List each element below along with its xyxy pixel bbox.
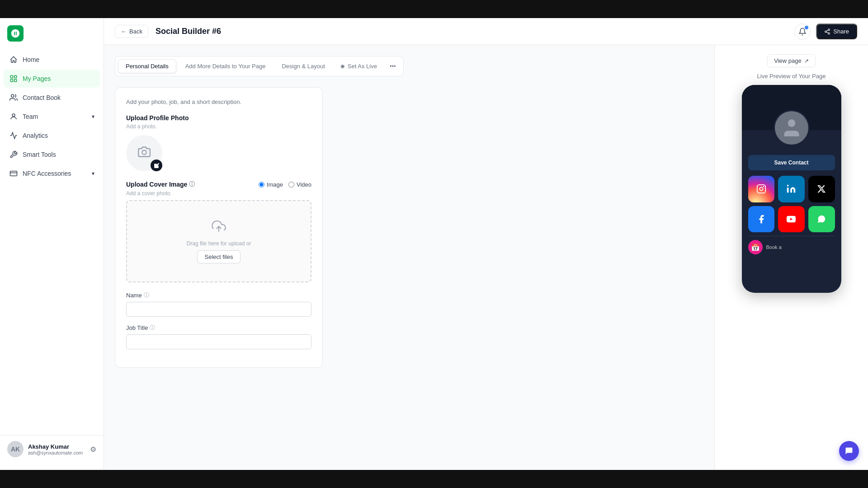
content-area: Personal Details Add More Details to You… xyxy=(104,45,868,470)
settings-button[interactable]: ⚙ xyxy=(90,445,96,454)
radio-image-option[interactable]: Image xyxy=(259,181,283,188)
book-icon: 📅 xyxy=(748,240,763,254)
svg-rect-3 xyxy=(14,80,17,82)
radio-image-input[interactable] xyxy=(259,182,264,188)
profile-photo-upload[interactable] xyxy=(126,135,162,171)
form-container: Add your photo, job, and a short descrip… xyxy=(115,87,323,368)
phone-avatar-wrapper xyxy=(774,110,810,146)
cover-dropzone[interactable]: Drag file here for upload or Select file… xyxy=(126,200,311,282)
sidebar-item-smart-tools[interactable]: Smart Tools xyxy=(4,145,100,164)
sidebar-item-analytics-label: Analytics xyxy=(23,132,48,139)
preview-header: Live Preview of Your Page xyxy=(757,73,826,80)
job-title-input[interactable] xyxy=(126,334,311,349)
sidebar: Home My Pages Contact Book Team ▾ xyxy=(0,18,104,470)
job-title-field-group: Job Title ⓘ xyxy=(126,324,311,349)
cover-image-label: Upload Cover Image ⓘ xyxy=(126,180,195,188)
avatar: AK xyxy=(7,441,24,457)
svg-rect-0 xyxy=(10,75,13,78)
tab-set-live[interactable]: ◉ Set As Live xyxy=(334,60,383,73)
preview-section: View page ↗ Live Preview of Your Page Sa… xyxy=(714,45,868,470)
notifications-button[interactable] xyxy=(794,23,811,40)
svg-point-15 xyxy=(763,186,764,188)
nfc-icon xyxy=(9,169,18,178)
save-contact-button[interactable]: Save Contact xyxy=(748,155,835,170)
svg-point-17 xyxy=(787,185,789,187)
name-input[interactable] xyxy=(126,302,311,317)
user-name: Akshay Kumar xyxy=(28,443,85,450)
tab-add-more-details[interactable]: Add More Details to Your Page xyxy=(178,60,273,73)
youtube-button[interactable] xyxy=(778,206,805,233)
cover-type-radio-group: Image Video xyxy=(259,181,311,188)
sidebar-item-team[interactable]: Team ▾ xyxy=(4,108,100,126)
book-text: Book a xyxy=(766,244,782,250)
tab-design-layout[interactable]: Design & Layout xyxy=(274,60,332,73)
notification-dot xyxy=(805,26,808,29)
svg-point-10 xyxy=(142,150,146,155)
bottom-bar xyxy=(0,470,868,488)
sidebar-item-team-label: Team xyxy=(23,113,38,120)
back-arrow-icon: ← xyxy=(121,28,127,35)
radio-video-option[interactable]: Video xyxy=(288,181,311,188)
header-actions: Share xyxy=(794,23,857,40)
profile-photo-sub: Add a photo. xyxy=(126,123,311,130)
form-section: Personal Details Add More Details to You… xyxy=(104,45,714,470)
radio-image-label: Image xyxy=(267,181,283,188)
cover-info-icon: ⓘ xyxy=(189,180,195,188)
facebook-button[interactable] xyxy=(748,206,775,233)
svg-rect-2 xyxy=(10,80,13,82)
svg-point-14 xyxy=(760,188,763,191)
user-email: ash@synxautomate.com xyxy=(28,450,85,455)
tab-more-button[interactable]: ••• xyxy=(385,60,401,73)
user-info: Akshay Kumar ash@synxautomate.com xyxy=(28,443,85,455)
job-title-info-icon: ⓘ xyxy=(150,324,155,332)
profile-edit-badge[interactable] xyxy=(151,160,162,171)
name-info-icon: ⓘ xyxy=(144,291,149,299)
cover-label-row: Upload Cover Image ⓘ Image Vi xyxy=(126,180,311,188)
sidebar-item-nfc-accessories[interactable]: NFC Accessories ▾ xyxy=(4,164,100,183)
back-button[interactable]: ← Back xyxy=(115,25,148,38)
sidebar-item-home[interactable]: Home xyxy=(4,51,100,69)
share-button[interactable]: Share xyxy=(816,23,857,39)
instagram-button[interactable] xyxy=(748,176,775,202)
view-page-button[interactable]: View page ↗ xyxy=(767,54,815,67)
sidebar-nav: Home My Pages Contact Book Team ▾ xyxy=(0,51,104,435)
name-label: Name ⓘ xyxy=(126,291,311,299)
sidebar-item-analytics[interactable]: Analytics xyxy=(4,127,100,145)
twitter-button[interactable] xyxy=(808,176,835,202)
linkedin-button[interactable] xyxy=(778,176,805,202)
svg-point-4 xyxy=(11,94,14,97)
radio-video-label: Video xyxy=(297,181,311,188)
analytics-icon xyxy=(9,131,18,140)
app-logo xyxy=(7,25,24,42)
upload-icon xyxy=(212,219,226,237)
cover-upload-section: Upload Cover Image ⓘ Image Vi xyxy=(126,180,311,282)
team-chevron-icon: ▾ xyxy=(92,113,94,120)
book-row: 📅 Book a xyxy=(748,236,835,258)
tools-icon xyxy=(9,150,18,159)
radio-video-input[interactable] xyxy=(288,182,294,188)
sidebar-item-my-pages[interactable]: My Pages xyxy=(4,70,100,88)
team-icon xyxy=(9,112,18,121)
nfc-chevron-icon: ▾ xyxy=(92,170,94,177)
live-icon: ◉ xyxy=(340,63,345,69)
share-label: Share xyxy=(833,28,849,35)
svg-point-9 xyxy=(828,33,830,34)
tab-set-live-label: Set As Live xyxy=(348,63,377,70)
tabs-bar: Personal Details Add More Details to You… xyxy=(115,56,404,76)
phone-avatar xyxy=(774,110,810,146)
tab-design-layout-label: Design & Layout xyxy=(282,63,325,70)
name-field-group: Name ⓘ xyxy=(126,291,311,317)
select-files-button[interactable]: Select files xyxy=(197,250,241,263)
chat-button[interactable] xyxy=(839,441,859,461)
svg-rect-16 xyxy=(787,188,789,193)
svg-rect-6 xyxy=(10,171,17,176)
sidebar-item-contact-book[interactable]: Contact Book xyxy=(4,89,100,107)
profile-photo-title: Upload Profile Photo xyxy=(126,114,311,122)
svg-point-7 xyxy=(828,29,830,30)
phone-mockup: Save Contact xyxy=(742,85,841,293)
view-page-label: View page xyxy=(774,57,801,64)
whatsapp-button[interactable] xyxy=(808,206,835,233)
form-description: Add your photo, job, and a short descrip… xyxy=(126,99,311,105)
sidebar-item-contact-book-label: Contact Book xyxy=(23,94,61,101)
tab-personal-details[interactable]: Personal Details xyxy=(118,59,176,73)
